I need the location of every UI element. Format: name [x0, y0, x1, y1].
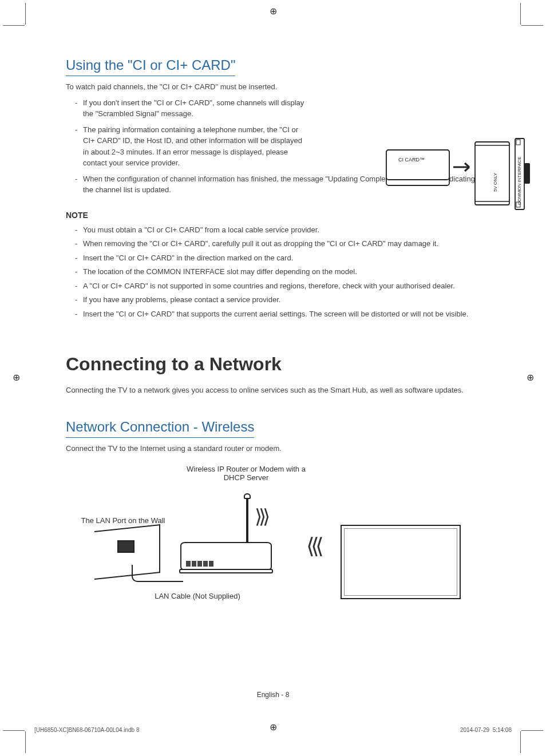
svg-rect-6	[524, 163, 530, 184]
list-item: A "CI or CI+ CARD" is not supported in s…	[75, 280, 484, 292]
slot-5v-label: 5V ONLY	[493, 172, 498, 192]
router-ports-icon	[186, 561, 220, 567]
crop-mark	[520, 731, 521, 753]
crop-mark	[3, 25, 25, 26]
wireless-signal-in-icon: ⟨⟨⟨	[306, 533, 320, 559]
note-list: You must obtain a "CI or CI+ CARD" from …	[66, 224, 484, 320]
crop-mark	[521, 25, 543, 26]
list-item: If you don't insert the "CI or CI+ CARD"…	[75, 97, 306, 120]
section3-intro: Connect the TV to the Internet using a s…	[66, 444, 484, 454]
registration-mark-icon: ⊕	[11, 372, 21, 381]
section2-intro: Connecting the TV to a network gives you…	[66, 385, 484, 396]
section-heading-wireless: Network Connection - Wireless	[66, 419, 254, 438]
list-item: The pairing information containing a tel…	[75, 124, 306, 169]
lan-cable-label: LAN Cable (Not Supplied)	[140, 592, 255, 600]
crop-mark	[25, 3, 26, 25]
wireless-signal-out-icon: ⟩⟩⟩	[255, 505, 267, 528]
router-label: Wireless IP Router or Modem with a DHCP …	[180, 465, 312, 482]
note-heading: NOTE	[66, 211, 484, 220]
crop-mark	[25, 731, 26, 753]
crop-mark	[520, 3, 521, 25]
lan-port-icon	[117, 540, 134, 553]
tv-screen	[344, 528, 457, 596]
slot-common-interface-label: COMMON INTERFACE	[517, 157, 522, 205]
ci-card-diagram: CI CARD™ 5V ONLY COMMON INTERFACE	[383, 137, 546, 212]
svg-rect-1	[386, 150, 449, 180]
crop-mark	[3, 730, 25, 731]
lan-port-wall-label: The LAN Port on the Wall	[77, 516, 169, 525]
list-item: The location of the COMMON INTERFACE slo…	[75, 266, 484, 278]
registration-mark-icon: ⊕	[268, 6, 278, 15]
main-heading-connecting: Connecting to a Network	[66, 354, 484, 375]
print-timestamp: 2014-07-29 ￼ 5:14:08	[460, 727, 512, 733]
page-content: Using the "CI or CI+ CARD" To watch paid…	[66, 57, 484, 613]
registration-mark-icon: ⊕	[525, 372, 535, 381]
router-antenna-tip-icon	[244, 493, 251, 499]
svg-rect-7	[516, 140, 520, 145]
intro-text: To watch paid channels, the "CI or CI+ C…	[66, 82, 484, 93]
list-item: Insert the "CI or CI+ CARD" that support…	[75, 308, 484, 320]
lan-cable-icon	[132, 565, 183, 582]
print-file-label: [UH6850-XC]BN68-06710A-00L04.indb 8	[34, 727, 139, 733]
router-base-icon	[179, 569, 273, 573]
list-item: You must obtain a "CI or CI+ CARD" from …	[75, 224, 484, 236]
svg-rect-2	[475, 142, 509, 205]
section-heading-ci-card: Using the "CI or CI+ CARD"	[66, 57, 235, 76]
wireless-connection-figure: Wireless IP Router or Modem with a DHCP …	[66, 465, 484, 613]
crop-mark	[521, 730, 543, 731]
print-footer: [UH6850-XC]BN68-06710A-00L04.indb 8 2014…	[34, 727, 512, 733]
ci-card-label: CI CARD™	[398, 157, 425, 163]
list-item: When removing the "CI or CI+ CARD", care…	[75, 238, 484, 250]
router-antenna-icon	[246, 496, 248, 545]
page-footer: English - 8	[0, 691, 546, 699]
ci-intro-bullets: If you don't insert the "CI or CI+ CARD"…	[66, 97, 306, 169]
list-item: Insert the "CI or CI+ CARD" in the direc…	[75, 252, 484, 264]
list-item: If you have any problems, please contact…	[75, 294, 484, 306]
